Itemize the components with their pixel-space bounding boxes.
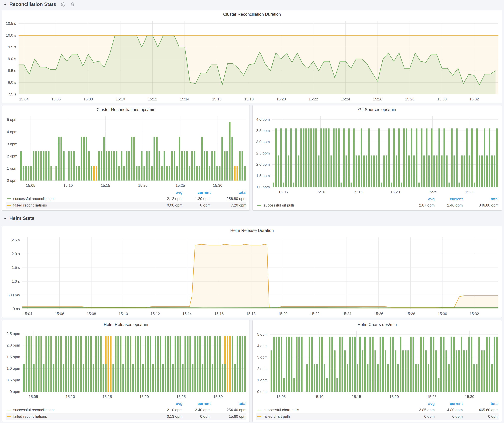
svg-text:15:05: 15:05 bbox=[276, 394, 286, 399]
svg-text:15:20: 15:20 bbox=[276, 97, 286, 101]
helm-charts-ops-chart[interactable]: 15:0515:1015:1515:2015:2515:300 opm1 opm… bbox=[253, 329, 502, 400]
column-current[interactable]: current bbox=[182, 190, 210, 195]
svg-text:2.5 s: 2.5 s bbox=[12, 238, 20, 242]
total-value: 465.60 opm bbox=[463, 408, 498, 412]
current-value: 2.40 opm bbox=[182, 408, 210, 412]
current-value: 0 opm bbox=[435, 414, 463, 419]
svg-text:4.0 opm: 4.0 opm bbox=[256, 117, 270, 122]
avg-value: 0.06 opm bbox=[155, 203, 182, 207]
svg-text:8.5 s: 8.5 s bbox=[8, 69, 16, 73]
svg-text:9.5 s: 9.5 s bbox=[8, 45, 16, 49]
svg-text:0 ns: 0 ns bbox=[13, 307, 20, 311]
svg-text:0.5 opm: 0.5 opm bbox=[6, 378, 20, 382]
section-title[interactable]: Helm Stats bbox=[9, 216, 35, 221]
panel-title[interactable]: Cluster Reconciliations ops/min bbox=[2, 106, 250, 114]
panel-title[interactable]: Helm Releases ops/min bbox=[2, 320, 250, 329]
legend: avg current total successful reconciliat… bbox=[2, 189, 250, 210]
svg-text:15:08: 15:08 bbox=[87, 312, 96, 316]
column-avg[interactable]: avg bbox=[407, 197, 435, 201]
svg-text:3 opm: 3 opm bbox=[7, 142, 17, 146]
cluster-reconciliation-duration-chart[interactable]: 15:0415:0615:0815:1015:1215:1415:1615:18… bbox=[2, 18, 502, 103]
svg-text:10.0 s: 10.0 s bbox=[6, 33, 16, 37]
gear-icon[interactable] bbox=[61, 2, 66, 7]
series-color-dash bbox=[257, 205, 261, 206]
svg-text:15:06: 15:06 bbox=[51, 97, 61, 101]
svg-text:15:25: 15:25 bbox=[428, 190, 437, 194]
git-sources-ops-chart[interactable]: 15:0515:1015:1515:2015:2515:301.0 opm1.5… bbox=[253, 114, 502, 196]
svg-text:0 opm: 0 opm bbox=[10, 389, 20, 394]
svg-text:15:20: 15:20 bbox=[138, 183, 148, 188]
legend-header: avg current total bbox=[6, 401, 246, 407]
column-avg[interactable]: avg bbox=[407, 401, 435, 406]
trash-icon[interactable] bbox=[71, 2, 75, 7]
total-value: 256.80 opm bbox=[210, 197, 246, 201]
svg-text:15:15: 15:15 bbox=[353, 190, 362, 194]
svg-text:15:30: 15:30 bbox=[437, 97, 447, 101]
svg-text:7.5 s: 7.5 s bbox=[8, 92, 16, 96]
chevron-down-icon[interactable] bbox=[3, 3, 7, 6]
section-title[interactable]: Reconciliation Stats bbox=[9, 1, 56, 7]
svg-text:15:30: 15:30 bbox=[465, 394, 474, 399]
legend-series[interactable]: failed reconciliations bbox=[6, 414, 155, 419]
svg-text:1 opm: 1 opm bbox=[257, 378, 268, 382]
avg-value: 2.10 opm bbox=[155, 408, 182, 412]
panel-helm-releases-ops: Helm Releases ops/min 15:0515:1015:1515:… bbox=[2, 320, 250, 422]
svg-text:15:28: 15:28 bbox=[405, 97, 414, 101]
svg-text:15:20: 15:20 bbox=[390, 394, 399, 399]
panel-title[interactable]: Git Sources ops/min bbox=[253, 106, 502, 114]
legend: avg current total successful reconciliat… bbox=[2, 400, 250, 422]
svg-text:1.5 opm: 1.5 opm bbox=[256, 174, 270, 178]
column-total[interactable]: total bbox=[463, 197, 498, 201]
series-color-dash bbox=[7, 205, 11, 206]
column-avg[interactable]: avg bbox=[155, 401, 182, 406]
cluster-reconciliations-ops-chart[interactable]: 15:0515:1015:1515:2015:2515:300 opm1 opm… bbox=[2, 114, 250, 189]
svg-text:15:06: 15:06 bbox=[55, 312, 64, 316]
svg-text:15:16: 15:16 bbox=[212, 97, 222, 101]
panel-title[interactable]: Helm Release Duration bbox=[2, 226, 502, 235]
svg-text:3 opm: 3 opm bbox=[257, 355, 268, 359]
legend-series[interactable]: successful reconciliations bbox=[6, 408, 155, 412]
chevron-down-icon[interactable] bbox=[3, 217, 7, 220]
avg-value: 3.85 opm bbox=[407, 408, 435, 412]
svg-text:2.5 opm: 2.5 opm bbox=[256, 151, 270, 155]
column-total[interactable]: total bbox=[210, 401, 246, 406]
avg-value: 0.13 opm bbox=[155, 414, 182, 419]
column-avg[interactable]: avg bbox=[155, 190, 182, 195]
column-current[interactable]: current bbox=[182, 401, 210, 406]
column-current[interactable]: current bbox=[435, 197, 463, 201]
legend-series[interactable]: successful reconciliations bbox=[6, 197, 155, 201]
panel-title[interactable]: Cluster Reconciliation Duration bbox=[2, 10, 502, 18]
column-total[interactable]: total bbox=[463, 401, 498, 406]
panel-helm-release-duration: Helm Release Duration 15:0415:0615:0815:… bbox=[2, 226, 502, 318]
legend-series[interactable]: successful git pulls bbox=[256, 203, 407, 207]
svg-text:15:24: 15:24 bbox=[342, 312, 351, 316]
series-color-dash bbox=[257, 416, 261, 417]
legend-series[interactable]: failed reconciliations bbox=[6, 203, 155, 207]
svg-text:2 opm: 2 opm bbox=[257, 367, 268, 371]
series-label: successful reconciliations bbox=[13, 197, 55, 201]
column-total[interactable]: total bbox=[210, 190, 246, 195]
series-color-dash bbox=[257, 410, 261, 410]
total-value: 254.40 opm bbox=[210, 408, 246, 412]
series-color-dash bbox=[7, 416, 11, 417]
svg-text:5 opm: 5 opm bbox=[7, 118, 17, 122]
svg-text:3.5 opm: 3.5 opm bbox=[256, 129, 270, 133]
legend-series[interactable]: successful chart pulls bbox=[256, 408, 407, 412]
total-value: 7.20 opm bbox=[210, 203, 246, 207]
helm-releases-ops-chart[interactable]: 15:0515:1015:1515:2015:2515:300 opm0.5 o… bbox=[2, 329, 250, 400]
svg-text:2.0 opm: 2.0 opm bbox=[256, 162, 270, 166]
svg-text:3.0 opm: 3.0 opm bbox=[256, 140, 270, 144]
helm-release-duration-chart[interactable]: 15:0415:0615:0815:1015:1215:1415:1615:18… bbox=[2, 235, 502, 317]
svg-text:15:32: 15:32 bbox=[469, 97, 479, 101]
series-color-dash bbox=[7, 410, 11, 410]
svg-text:10.5 s: 10.5 s bbox=[6, 21, 16, 26]
svg-text:15:14: 15:14 bbox=[182, 312, 192, 316]
svg-text:1 opm: 1 opm bbox=[7, 166, 17, 170]
svg-text:15:20: 15:20 bbox=[278, 312, 288, 316]
legend-series[interactable]: failed chart pulls bbox=[256, 414, 407, 419]
column-current[interactable]: current bbox=[435, 401, 463, 406]
svg-text:15:30: 15:30 bbox=[213, 183, 222, 188]
panel-title[interactable]: Helm Charts ops/min bbox=[253, 320, 502, 329]
avg-value: 2.12 opm bbox=[155, 197, 182, 201]
avg-value: 0 opm bbox=[407, 414, 435, 419]
